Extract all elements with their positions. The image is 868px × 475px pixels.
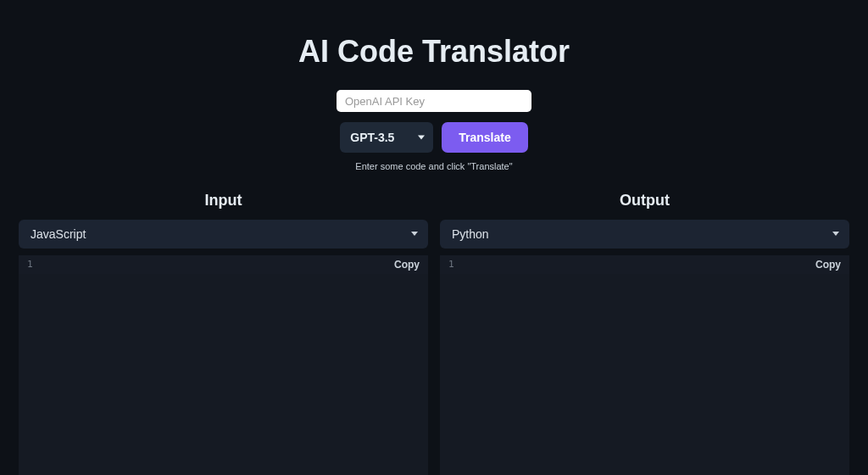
output-panel: Output Python 1 Copy (440, 192, 849, 475)
input-editor-body[interactable] (19, 274, 428, 475)
model-select[interactable]: GPT-3.5 (340, 122, 433, 153)
output-editor-body[interactable] (440, 274, 849, 475)
output-language-select[interactable]: Python (440, 220, 849, 249)
page-title: AI Code Translator (298, 34, 570, 70)
panels-container: Input JavaScript 1 Copy Output Python (0, 192, 868, 475)
input-panel-title: Input (19, 192, 428, 210)
controls-row: GPT-3.5 Translate (340, 122, 527, 153)
output-panel-title: Output (440, 192, 849, 210)
input-line-number: 1 (25, 259, 33, 270)
input-copy-button[interactable]: Copy (392, 259, 421, 271)
input-panel: Input JavaScript 1 Copy (19, 192, 428, 475)
input-language-select[interactable]: JavaScript (19, 220, 428, 249)
api-key-input[interactable] (337, 90, 531, 112)
translate-button[interactable]: Translate (442, 122, 527, 153)
input-language-wrapper: JavaScript (19, 220, 428, 255)
hint-text: Enter some code and click "Translate" (355, 161, 512, 171)
output-editor[interactable]: 1 Copy (440, 255, 849, 475)
input-editor-header: 1 Copy (19, 255, 428, 274)
model-select-wrapper: GPT-3.5 (340, 122, 433, 153)
output-copy-button[interactable]: Copy (814, 259, 843, 271)
output-language-wrapper: Python (440, 220, 849, 255)
output-line-number: 1 (447, 259, 454, 270)
input-editor[interactable]: 1 Copy (19, 255, 428, 475)
output-editor-header: 1 Copy (440, 255, 849, 274)
